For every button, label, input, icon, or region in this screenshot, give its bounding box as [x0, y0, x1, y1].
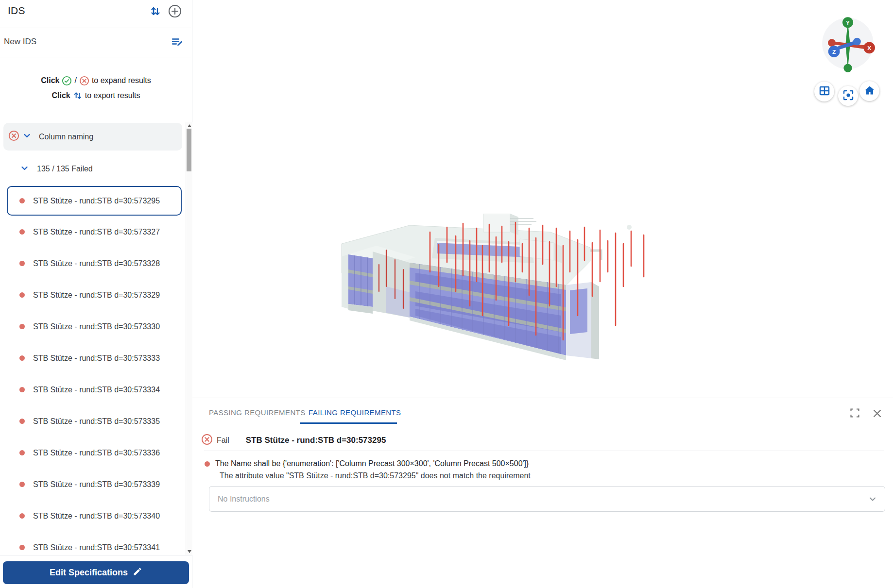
- focus-model-button[interactable]: [838, 86, 858, 106]
- fail-badge: Fail: [217, 436, 229, 445]
- axis-ball-negx[interactable]: [828, 39, 836, 47]
- sidebar-title: IDS: [8, 5, 25, 17]
- edit-specifications-button[interactable]: Edit Specifications: [3, 561, 189, 584]
- result-item-label: STB Stütze - rund:STB d=30:573334: [33, 386, 160, 394]
- result-item[interactable]: STB Stütze - rund:STB d=30:573328: [7, 250, 180, 277]
- ids-file-row[interactable]: New IDS: [0, 28, 192, 57]
- fail-element-title: STB Stütze - rund:STB d=30:573295: [246, 436, 386, 445]
- home-view-button[interactable]: [859, 81, 879, 101]
- requirement-bullet: [205, 461, 210, 467]
- fail-dot-icon: [19, 324, 25, 329]
- fail-dot-icon: [19, 261, 25, 266]
- sidebar-scrollbar[interactable]: [186, 122, 192, 555]
- fail-dot-icon: [19, 229, 25, 235]
- hint-export: Click to export results: [0, 89, 192, 102]
- result-item[interactable]: STB Stütze - rund:STB d=30:573329: [7, 281, 180, 309]
- chevron-down-icon[interactable]: [23, 132, 31, 142]
- scroll-down-arrow[interactable]: [188, 550, 191, 553]
- fail-dot-icon: [19, 513, 25, 519]
- active-tab-underline: [300, 422, 397, 424]
- instructions-select[interactable]: No Instructions: [209, 486, 885, 512]
- result-item[interactable]: STB Stütze - rund:STB d=30:573330: [7, 313, 180, 340]
- hint-expand-text: to expand results: [92, 76, 151, 85]
- results-summary-label: 135 / 135 Failed: [37, 165, 93, 173]
- close-panel-button[interactable]: [872, 409, 882, 420]
- fail-dot-icon: [19, 545, 25, 550]
- spec-group-label: Column naming: [39, 133, 93, 141]
- result-item[interactable]: STB Stütze - rund:STB d=30:573339: [7, 470, 180, 498]
- fail-dot-icon: [19, 419, 25, 424]
- pencil-icon: [133, 567, 142, 579]
- fail-dot-icon: [19, 450, 25, 455]
- scroll-up-arrow[interactable]: [188, 124, 191, 127]
- import-export-icon: [150, 5, 161, 19]
- divider: [204, 451, 884, 451]
- result-item[interactable]: STB Stütze - rund:STB d=30:573333: [7, 344, 180, 372]
- chevron-down-icon: [868, 495, 877, 505]
- close-icon: [873, 409, 882, 420]
- fail-dot-icon: [19, 387, 25, 392]
- building-model[interactable]: [338, 214, 658, 374]
- export-results-button[interactable]: [149, 5, 162, 19]
- tab-label: FAILING REQUIREMENTS: [309, 408, 401, 417]
- hint-click-word: Click: [41, 76, 59, 85]
- fail-dot-icon: [19, 198, 25, 203]
- circled-x-icon: [79, 76, 89, 86]
- circled-x-icon[interactable]: [8, 130, 19, 143]
- result-item[interactable]: STB Stütze - rund:STB d=30:573327: [7, 218, 180, 246]
- edit-specifications-label: Edit Specifications: [50, 568, 128, 578]
- hint-expand: Click / to expand results: [0, 74, 192, 87]
- fail-dot-icon: [19, 355, 25, 361]
- fail-dot-icon: [19, 292, 25, 298]
- tab-passing-requirements[interactable]: PASSING REQUIREMENTS: [209, 406, 306, 419]
- axis-label-y: Y: [846, 20, 850, 26]
- hint-click-word: Click: [52, 91, 70, 100]
- result-item[interactable]: STB Stütze - rund:STB d=30:573340: [7, 502, 180, 530]
- result-item[interactable]: STB Stütze - rund:STB d=30:573341: [7, 534, 180, 561]
- results-summary-row[interactable]: 135 / 135 Failed: [0, 156, 185, 182]
- result-item-label: STB Stütze - rund:STB d=30:573339: [33, 480, 160, 489]
- result-item[interactable]: STB Stütze - rund:STB d=30:573335: [7, 407, 180, 435]
- result-item-label: STB Stütze - rund:STB d=30:573295: [33, 197, 160, 205]
- fail-dot-icon: [19, 482, 25, 487]
- fail-result-row: Fail STB Stütze - rund:STB d=30:573295: [201, 434, 386, 447]
- requirement-detail-text: The attribute value "STB Stütze - rund:S…: [220, 471, 531, 480]
- result-item-label: STB Stütze - rund:STB d=30:573340: [33, 512, 160, 521]
- navigation-gizmo[interactable]: X Z Y: [815, 12, 880, 77]
- result-item[interactable]: STB Stütze - rund:STB d=30:573295: [7, 186, 182, 216]
- scrollbar-thumb[interactable]: [187, 129, 191, 171]
- circle-plus-icon: [168, 4, 182, 20]
- result-item-label: STB Stütze - rund:STB d=30:573330: [33, 322, 160, 331]
- edit-note-icon[interactable]: [171, 36, 184, 48]
- result-item-label: STB Stütze - rund:STB d=30:573341: [33, 543, 160, 552]
- result-item-label: STB Stütze - rund:STB d=30:573329: [33, 291, 160, 300]
- requirement-text: The Name shall be {'enumeration': ['Colu…: [215, 459, 529, 468]
- result-item-label: STB Stütze - rund:STB d=30:573333: [33, 354, 160, 363]
- add-ids-button[interactable]: [167, 4, 183, 20]
- result-item-label: STB Stütze - rund:STB d=30:573328: [33, 259, 160, 268]
- result-item[interactable]: STB Stütze - rund:STB d=30:573334: [7, 376, 180, 403]
- app-window: IDS New IDS Click / to expand results Cl…: [0, 0, 893, 588]
- hint-export-text: to export results: [85, 91, 140, 100]
- axis-label-x: X: [867, 45, 871, 51]
- result-item-label: STB Stütze - rund:STB d=30:573335: [33, 417, 160, 426]
- tab-failing-requirements[interactable]: FAILING REQUIREMENTS: [309, 406, 401, 419]
- grid-view-button[interactable]: [814, 82, 834, 101]
- spec-group-row[interactable]: Column naming: [3, 123, 182, 151]
- divider: [0, 555, 192, 555]
- axis-label-z: Z: [832, 49, 836, 55]
- result-item[interactable]: STB Stütze - rund:STB d=30:573336: [7, 439, 180, 467]
- instructions-placeholder: No Instructions: [218, 495, 270, 504]
- panel-divider: [192, 398, 893, 398]
- ids-file-name: New IDS: [4, 37, 36, 47]
- axis-ball-negy[interactable]: [843, 64, 852, 72]
- window-grid-icon: [819, 86, 830, 98]
- result-item-label: STB Stütze - rund:STB d=30:573336: [33, 449, 160, 457]
- chevron-down-icon[interactable]: [20, 164, 29, 174]
- circled-check-icon: [62, 76, 72, 86]
- tab-label: PASSING REQUIREMENTS: [209, 408, 306, 417]
- result-item-label: STB Stütze - rund:STB d=30:573327: [33, 228, 160, 236]
- expand-panel-button[interactable]: [849, 408, 860, 419]
- axis-ball-negz[interactable]: [853, 38, 861, 46]
- divider: [0, 57, 192, 57]
